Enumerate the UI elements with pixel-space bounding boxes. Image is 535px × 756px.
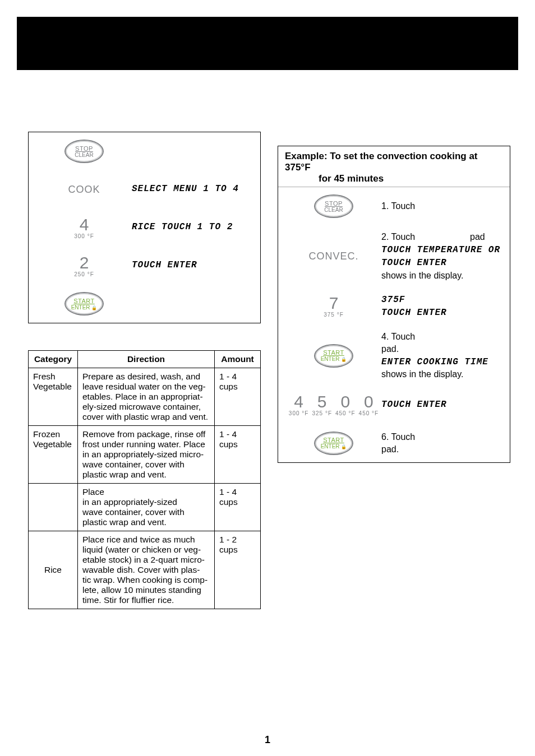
left-example-box: STOP CLEAR COOK SELECT MENU 1 TO 4 4 300… xyxy=(28,132,261,323)
left-step-5: START ENTER 🔒 xyxy=(29,285,260,323)
right-step-1: STOP CLEAR 1. Touch xyxy=(278,187,510,225)
number-2-pad-icon: 2 250 °F xyxy=(74,254,94,277)
start-enter-pad-icon: START ENTER 🔒 xyxy=(314,344,353,368)
table-row: Rice Place rice and twice as much liquid… xyxy=(29,531,261,609)
right-example-box: Example: To set the convection cooking a… xyxy=(278,146,510,463)
left-step-1: STOP CLEAR xyxy=(29,132,260,170)
left-column: STOP CLEAR COOK SELECT MENU 1 TO 4 4 300… xyxy=(28,132,261,609)
stop-clear-pad-icon: STOP CLEAR xyxy=(64,140,104,163)
right-step-6: START ENTER 🔒 6. Touch pad. xyxy=(278,424,510,462)
display-text: TOUCH ENTER xyxy=(132,259,252,272)
step-text: 375F TOUCH ENTER xyxy=(381,293,502,319)
number-sequence-4500: 4300 °F 5325 °F 0450 °F 0450 °F xyxy=(289,393,379,416)
pad-label: STOP xyxy=(75,145,93,152)
start-enter-pad-icon: START ENTER 🔒 xyxy=(314,432,353,455)
right-step-2: CONVEC. 2. Touch pad TOUCH TEMPERATURE O… xyxy=(278,225,510,287)
th-amount: Amount xyxy=(215,351,261,368)
left-step-2: COOK SELECT MENU 1 TO 4 xyxy=(29,170,260,208)
start-enter-pad-icon: START ENTER 🔒 xyxy=(64,292,104,316)
th-direction: Direction xyxy=(78,351,215,368)
pad-label: CLEAR xyxy=(75,152,93,158)
cooking-guide-table: Category Direction Amount Fresh Vegetabl… xyxy=(28,350,261,609)
header-black-band xyxy=(17,17,518,70)
table-row: Frozen Vegetable Remove from package, ri… xyxy=(29,426,261,484)
right-column: Example: To set the convection cooking a… xyxy=(278,146,510,463)
right-step-4: START ENTER 🔒 4. Touch pad. ENTER COOKIN… xyxy=(278,325,510,386)
step-text: 6. Touch pad. xyxy=(381,431,502,455)
number-4-pad-icon: 4 300 °F xyxy=(74,216,94,239)
right-step-5: 4300 °F 5325 °F 0450 °F 0450 °F TOUCH EN… xyxy=(278,386,510,424)
step-text: 4. Touch pad. ENTER COOKING TIME shows i… xyxy=(381,331,502,380)
convec-pad-icon: CONVEC. xyxy=(308,251,358,262)
th-category: Category xyxy=(29,351,78,368)
stop-clear-pad-icon: STOP CLEAR xyxy=(314,194,353,218)
left-step-4: 2 250 °F TOUCH ENTER xyxy=(29,247,260,285)
left-step-3: 4 300 °F RICE TOUCH 1 TO 2 xyxy=(29,208,260,247)
display-text: TOUCH ENTER xyxy=(381,399,502,411)
step-text: 2. Touch pad TOUCH TEMPERATURE OR TOUCH … xyxy=(381,231,502,281)
cook-pad-icon: COOK xyxy=(68,184,100,196)
table-row: Place in an appropriately-sized wave con… xyxy=(29,484,261,531)
display-text: RICE TOUCH 1 TO 2 xyxy=(132,221,252,234)
table-row: Fresh Vegetable Prepare as desired, wash… xyxy=(29,368,261,426)
display-text: SELECT MENU 1 TO 4 xyxy=(132,183,252,196)
page-number: 1 xyxy=(0,734,535,746)
step-text: 1. Touch xyxy=(381,200,502,212)
right-step-3: 7 375 °F 375F TOUCH ENTER xyxy=(278,287,510,325)
example-header: Example: To set the convection cooking a… xyxy=(278,146,510,187)
number-7-pad-icon: 7 375 °F xyxy=(324,295,344,318)
